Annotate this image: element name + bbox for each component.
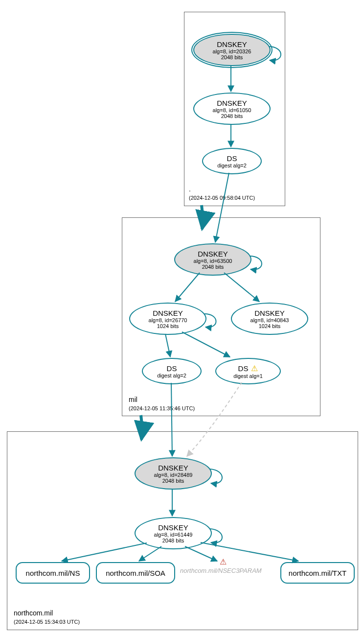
node-mil-ds-warn: DS ⚠ digest alg=1 [215,358,281,384]
zone-northcom-time: (2024-12-05 15:34:03 UTC) [14,619,80,625]
title: DNSKEY [158,464,188,472]
title: DS [167,364,177,373]
node-root-ds: DS digest alg=2 [202,148,262,174]
sub1: digest alg=1 [233,373,263,379]
sub2: 2048 bits [202,264,224,270]
label: northcom.mil/NS [17,569,89,577]
title: DNSKEY [153,309,183,317]
warn-icon: ⚠ [251,364,258,373]
sub2: 2048 bits [221,113,243,119]
sub1: alg=8, id=63500 [194,258,232,264]
sub1: alg=8, id=20326 [213,48,251,54]
error-icon: ⚠ [220,557,227,566]
leaf-ns: northcom.mil/NS [16,562,90,584]
title: DNSKEY [198,250,228,258]
node-root-zsk: DNSKEY alg=8, id=61050 2048 bits [193,93,271,125]
node-mil-zsk2: DNSKEY alg=8, id=40843 1024 bits [231,303,308,335]
label: northcom.mil/TXT [281,569,354,577]
sub1: alg=8, id=61050 [213,107,251,113]
sub2: 2048 bits [162,478,184,484]
title: DNSKEY [254,309,285,317]
sub1: alg=8, id=40843 [250,317,289,323]
zone-mil-time: (2024-12-05 11:35:46 UTC) [129,405,195,411]
node-mil-ds: DS digest alg=2 [142,358,202,384]
node-root-ksk: DNSKEY alg=8, id=20326 2048 bits [193,34,271,66]
zone-root-time: (2024-12-05 09:58:04 UTC) [189,195,255,201]
title: DS [238,364,249,373]
zone-northcom-label: northcom.mil [14,609,53,617]
leaf-soa: northcom.mil/SOA [96,562,175,584]
sub2: 1024 bits [259,323,281,329]
sub2: 2048 bits [221,54,243,60]
node-mil-zsk: DNSKEY alg=8, id=26770 1024 bits [129,303,206,335]
sub2: 1024 bits [157,323,179,329]
leaf-txt: northcom.mil/TXT [280,562,355,584]
zone-root-label: . [189,185,191,193]
title: DS [227,154,237,163]
sub1: alg=8, id=28489 [154,472,193,478]
label: northcom.mil/NSEC3PARAM [180,567,262,574]
leaf-nsec3param: northcom.mil/NSEC3PARAM [180,567,262,574]
zone-mil-label: mil [129,396,137,403]
node-mil-ksk: DNSKEY alg=8, id=63500 2048 bits [174,243,251,276]
node-nc-zsk: DNSKEY alg=8, id=61449 2048 bits [135,517,212,549]
sub2: 2048 bits [162,538,184,543]
sub1: alg=8, id=61449 [154,532,193,538]
label: northcom.mil/SOA [97,569,174,577]
sub1: digest alg=2 [217,163,247,168]
sub1: alg=8, id=26770 [149,317,187,323]
title: DNSKEY [217,99,247,107]
node-nc-ksk: DNSKEY alg=8, id=28489 2048 bits [135,457,212,490]
title: DNSKEY [217,40,247,48]
sub1: digest alg=2 [157,373,186,378]
title: DNSKEY [158,523,188,532]
